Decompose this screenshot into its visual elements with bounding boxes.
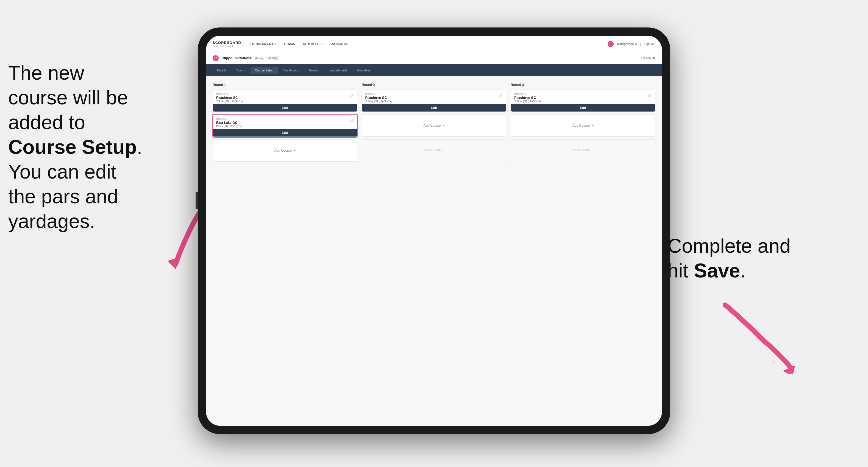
brand-sub: Powered by clippd [213, 45, 241, 47]
tournament-name: Clippd Invitational [221, 56, 252, 60]
round2-course-a-info: (Course A) Peachtree GC Yellow (M) (6629… [365, 93, 392, 103]
tab-details[interactable]: Details [213, 67, 231, 73]
round1-course-b-name: East Lake GC [216, 121, 242, 125]
round2-add-course-text-1: Add Course + [423, 124, 445, 127]
round-1-column: Round 1 (Course A) Peachtree GC Yellow (… [213, 83, 358, 164]
round2-add-course-text-2: Add Course + [423, 148, 445, 152]
round-2-column: Round 2 (Course A) Peachtree GC Yellow (… [362, 83, 506, 164]
tournament-mode: (Men) [255, 57, 263, 60]
nav-bar: SCOREBOARD Powered by clippd TOURNAMENTS… [206, 36, 662, 52]
tablet-screen: SCOREBOARD Powered by clippd TOURNAMENTS… [206, 36, 662, 426]
round1-course-a-name: Peachtree GC [216, 96, 243, 100]
cancel-label: Cancel [641, 56, 652, 60]
tab-leaderboards[interactable]: Leaderboards [324, 67, 352, 73]
tablet-side-button [195, 192, 198, 209]
round3-course-a-delete[interactable]: ⊟ [647, 93, 652, 97]
tab-course-setup[interactable]: Course Setup [250, 67, 278, 73]
user-email: blair@clippd.io [617, 42, 637, 45]
round-3-column: Round 3 (Course A) Peachtree GC Yellow (… [510, 83, 655, 164]
tab-bar: Details Teams Course Setup Tee Groups Re… [206, 64, 662, 76]
round2-course-a-name: Peachtree GC [365, 96, 392, 100]
close-icon: ✕ [653, 56, 655, 60]
round2-course-a-header: (Course A) Peachtree GC Yellow (M) (6629… [362, 90, 506, 104]
main-content: Round 1 (Course A) Peachtree GC Yellow (… [206, 76, 662, 426]
round3-course-a-label: (Course A) [514, 93, 540, 95]
round-2-title: Round 2 [362, 83, 506, 87]
annotation-bold-course-setup: Course Setup [8, 136, 137, 158]
plus-icon-3: + [443, 148, 445, 152]
round3-course-a-info: (Course A) Peachtree GC Yellow (M) (6629… [514, 93, 540, 103]
brand-title: SCOREBOARD [213, 41, 241, 45]
round2-course-a-tee: Yellow (M) (6629 yds) [365, 100, 392, 103]
plus-icon-2: + [443, 124, 445, 127]
round1-course-a-delete[interactable]: ⊟ [349, 93, 354, 97]
round-1-title: Round 1 [213, 83, 358, 87]
avatar [608, 41, 614, 47]
round3-course-a-header: (Course A) Peachtree GC Yellow (M) (6629… [511, 90, 655, 104]
nav-teams[interactable]: TEAMS [283, 42, 295, 45]
tab-teams[interactable]: Teams [232, 67, 249, 73]
round3-add-course-card-1[interactable]: Add Course + [510, 115, 655, 136]
nav-tournaments[interactable]: TOURNAMENTS [250, 42, 276, 45]
round2-add-course-card-2: Add Course + [362, 139, 506, 161]
round3-course-a-tee: Yellow (M) (6629 yds) [514, 100, 540, 103]
round2-course-a-label: (Course A) [365, 93, 392, 95]
round2-course-a-delete[interactable]: ⊟ [498, 93, 503, 97]
round1-add-course-card[interactable]: Add Course + [213, 139, 358, 161]
round3-add-course-text-1: Add Course + [572, 124, 594, 127]
round2-course-a-card: (Course A) Peachtree GC Yellow (M) (6629… [362, 90, 506, 112]
nav-committee[interactable]: COMMITTEE [303, 42, 323, 45]
nav-rankings[interactable]: RANKINGS [331, 42, 348, 45]
tablet-frame: SCOREBOARD Powered by clippd TOURNAMENTS… [198, 28, 670, 434]
round1-course-b-label: (Course B) [216, 118, 242, 120]
round2-course-a-edit-button[interactable]: Edit [362, 104, 506, 112]
plus-icon-5: + [592, 148, 594, 152]
round1-course-b-info: (Course B) East Lake GC Black (M) (6891 … [216, 118, 242, 128]
round1-course-b-header: (Course B) East Lake GC Black (M) (6891 … [213, 115, 357, 129]
tournament-header: C Clippd Invitational (Men) Hosting Canc… [206, 52, 662, 64]
round1-course-a-card: (Course A) Peachtree GC Yellow (M) (6629… [213, 90, 358, 112]
annotation-bold-save: Save [694, 259, 740, 282]
round1-course-a-tee: Yellow (M) (6629 yds) [216, 100, 243, 103]
tab-printables[interactable]: Printables [353, 67, 375, 73]
tab-results[interactable]: Results [304, 67, 323, 73]
round1-course-b-edit-button[interactable]: Edit [213, 129, 357, 136]
round3-course-a-card: (Course A) Peachtree GC Yellow (M) (6629… [510, 90, 655, 112]
tournament-badge: Hosting [266, 56, 279, 60]
round3-add-course-card-2: Add Course + [510, 139, 655, 161]
nav-links: TOURNAMENTS TEAMS COMMITTEE RANKINGS [250, 42, 608, 45]
round1-course-b-tee: Black (M) (6891 yds) [216, 125, 242, 128]
tournament-logo: C [213, 55, 219, 61]
round1-course-a-info: (Course A) Peachtree GC Yellow (M) (6629… [216, 93, 243, 103]
cancel-button[interactable]: Cancel ✕ [641, 56, 655, 60]
round1-course-a-label: (Course A) [216, 93, 243, 95]
round3-course-a-edit-button[interactable]: Edit [511, 104, 655, 112]
round3-add-course-text-2: Add Course + [572, 148, 594, 152]
round1-course-a-edit-button[interactable]: Edit [213, 104, 357, 112]
rounds-container: Round 1 (Course A) Peachtree GC Yellow (… [213, 83, 655, 164]
plus-icon-4: + [592, 124, 594, 127]
tab-tee-groups[interactable]: Tee Groups [279, 67, 303, 73]
arrow-right-icon [709, 297, 802, 374]
nav-brand: SCOREBOARD Powered by clippd [213, 41, 241, 47]
round3-course-a-name: Peachtree GC [514, 96, 540, 100]
round2-add-course-card-1[interactable]: Add Course + [362, 115, 506, 136]
annotation-right: Complete and hit Save. [668, 234, 854, 283]
sign-out-link[interactable]: Sign out [644, 42, 655, 45]
plus-icon: + [293, 149, 296, 152]
round1-add-course-text: Add Course + [274, 149, 296, 152]
tournament-left: C Clippd Invitational (Men) Hosting [213, 55, 279, 61]
round1-course-b-card: (Course B) East Lake GC Black (M) (6891 … [213, 115, 358, 137]
round1-course-a-header: (Course A) Peachtree GC Yellow (M) (6629… [213, 90, 357, 104]
round1-course-b-delete[interactable]: ⊟ [349, 118, 354, 123]
nav-separator: | [640, 42, 641, 45]
nav-right: blair@clippd.io | Sign out [608, 41, 655, 47]
round-3-title: Round 3 [510, 83, 655, 87]
